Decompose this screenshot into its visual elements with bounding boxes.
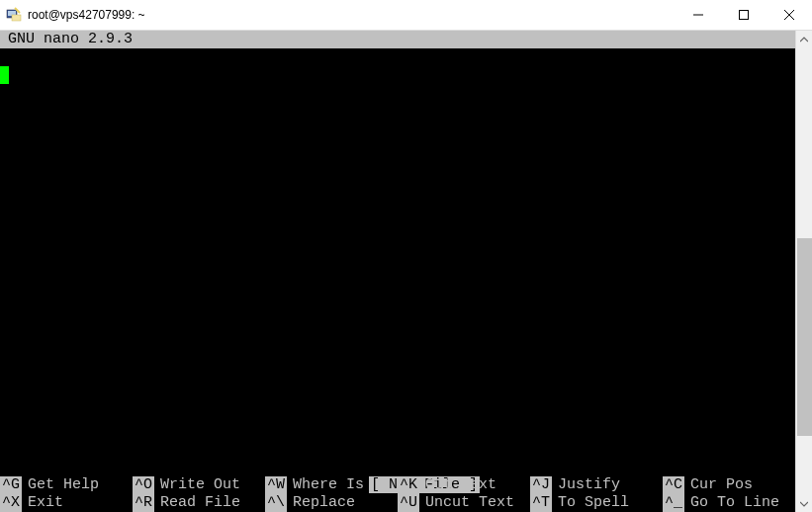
shortcut-uncut-text: ^UUncut Text [398,494,530,512]
close-button[interactable] [767,0,812,30]
nano-header: demo.txt GNU nano 2.9.3 [0,31,795,48]
terminal[interactable]: demo.txt GNU nano 2.9.3 [ New File ] ^GG… [0,31,795,512]
shortcut-to-spell: ^TTo Spell [530,494,663,512]
shortcut-cur-pos: ^CCur Pos [663,476,795,494]
shortcut-write-out: ^OWrite Out [133,476,265,494]
scroll-down-arrow[interactable] [796,495,812,512]
terminal-container: demo.txt GNU nano 2.9.3 [ New File ] ^GG… [0,31,812,512]
nano-app-name: GNU nano 2.9.3 [8,31,133,48]
editor-area[interactable] [0,48,795,459]
shortcut-replace: ^\Replace [265,494,398,512]
window-title: root@vps42707999: ~ [28,8,676,22]
vertical-scrollbar[interactable] [795,31,812,512]
text-cursor [0,66,9,84]
status-line: [ New File ] [0,459,795,476]
scroll-thumb[interactable] [797,238,812,436]
shortcut-cut-text: ^KCut Text [398,476,530,494]
putty-icon [6,7,22,23]
shortcut-bar: ^GGet Help ^OWrite Out ^WWhere Is ^KCut … [0,476,795,512]
minimize-button[interactable] [676,0,721,30]
svg-rect-2 [12,15,21,21]
shortcut-exit: ^XExit [0,494,133,512]
maximize-button[interactable] [721,0,767,30]
scroll-up-arrow[interactable] [796,31,812,47]
shortcut-justify: ^JJustify [530,476,663,494]
window-titlebar: root@vps42707999: ~ [0,0,812,31]
shortcut-read-file: ^RRead File [133,494,265,512]
svg-rect-5 [740,11,749,20]
window-controls [676,0,812,30]
shortcut-go-to-line: ^_Go To Line [663,494,795,512]
shortcut-where-is: ^WWhere Is [265,476,398,494]
shortcut-get-help: ^GGet Help [0,476,133,494]
